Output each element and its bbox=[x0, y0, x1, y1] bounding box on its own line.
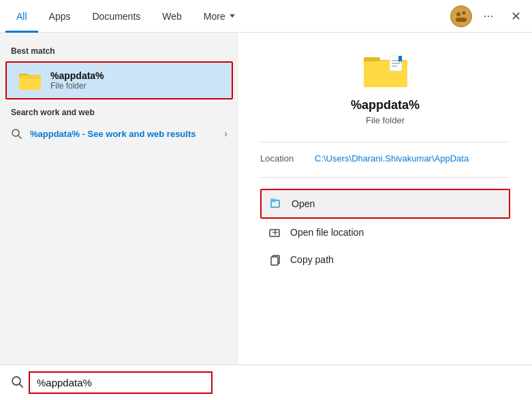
divider-2 bbox=[260, 177, 510, 178]
location-value[interactable]: C:\Users\Dharani.Shivakumar\AppData bbox=[315, 153, 469, 164]
svg-point-3 bbox=[463, 11, 466, 14]
svg-point-2 bbox=[456, 12, 460, 16]
file-location-icon bbox=[268, 226, 282, 239]
location-label: Location bbox=[260, 153, 315, 164]
search-icon bbox=[11, 128, 22, 139]
tab-web[interactable]: Web bbox=[151, 0, 193, 33]
search-bar bbox=[0, 365, 532, 400]
svg-rect-24 bbox=[270, 230, 279, 236]
result-item-text: %appdata% File folder bbox=[50, 70, 104, 91]
left-panel: Best match %appdata% File folder Search … bbox=[0, 33, 238, 365]
folder-icon-small bbox=[18, 68, 42, 93]
right-subtitle: File folder bbox=[260, 115, 510, 125]
copy-icon bbox=[268, 253, 282, 266]
svg-point-29 bbox=[12, 377, 20, 385]
chevron-right-icon: › bbox=[224, 128, 228, 139]
tab-all[interactable]: All bbox=[5, 0, 38, 33]
svg-rect-4 bbox=[456, 18, 467, 22]
web-result-item[interactable]: %appdata% - See work and web results › bbox=[0, 123, 238, 144]
tab-more[interactable]: More bbox=[193, 0, 246, 33]
chevron-down-icon bbox=[230, 14, 235, 18]
avatar[interactable] bbox=[450, 5, 472, 27]
nav-actions: ··· ✕ bbox=[450, 5, 527, 27]
svg-rect-28 bbox=[271, 257, 278, 265]
copy-path-label: Copy path bbox=[290, 254, 334, 265]
right-panel: %appdata% File folder Location C:\Users\… bbox=[238, 33, 532, 365]
open-icon bbox=[270, 197, 283, 211]
result-item-sub: File folder bbox=[50, 81, 104, 91]
action-list: Open Open file location bbox=[260, 189, 510, 273]
result-item-name: %appdata% bbox=[50, 70, 104, 81]
svg-line-11 bbox=[18, 136, 21, 138]
close-button[interactable]: ✕ bbox=[505, 5, 527, 27]
best-match-label: Best match bbox=[0, 44, 238, 61]
tab-apps[interactable]: Apps bbox=[38, 0, 82, 33]
open-file-location-action[interactable]: Open file location bbox=[260, 219, 510, 246]
svg-line-30 bbox=[20, 384, 22, 387]
open-label: Open bbox=[292, 198, 315, 209]
top-nav: All Apps Documents Web More ··· ✕ bbox=[0, 0, 532, 33]
more-options-button[interactable]: ··· bbox=[478, 5, 499, 27]
search-input[interactable] bbox=[29, 371, 213, 394]
web-result-text: %appdata% - See work and web results bbox=[30, 129, 195, 139]
open-file-location-label: Open file location bbox=[290, 227, 364, 238]
search-web-label: Search work and web bbox=[0, 99, 238, 123]
right-folder-icon bbox=[260, 49, 510, 90]
main-content: Best match %appdata% File folder Search … bbox=[0, 33, 532, 365]
divider bbox=[260, 142, 510, 142]
svg-rect-8 bbox=[19, 76, 41, 90]
search-icon-bottom bbox=[11, 375, 23, 390]
copy-path-action[interactable]: Copy path bbox=[260, 246, 510, 273]
right-meta: Location C:\Users\Dharani.Shivakumar\App… bbox=[260, 153, 510, 164]
open-action[interactable]: Open bbox=[260, 189, 510, 219]
right-title: %appdata% bbox=[260, 98, 510, 112]
svg-point-1 bbox=[452, 7, 471, 26]
tab-documents[interactable]: Documents bbox=[81, 0, 151, 33]
best-match-result[interactable]: %appdata% File folder bbox=[5, 61, 233, 99]
